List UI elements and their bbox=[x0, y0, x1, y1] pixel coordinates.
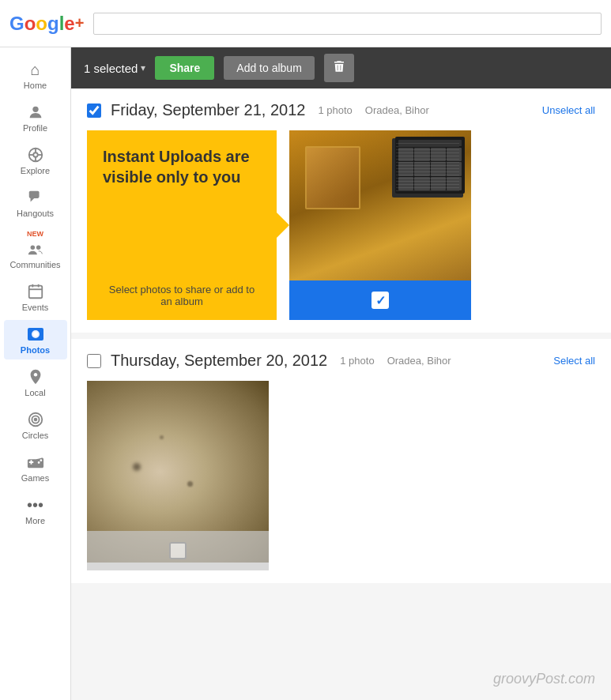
selected-label[interactable]: 1 selected ▾ bbox=[84, 62, 145, 75]
photo-checkbox-empty[interactable] bbox=[169, 542, 187, 559]
section-header-sep20: Thursday, September 20, 2012 1 photo Ora… bbox=[87, 352, 595, 370]
app-header: Google+ bbox=[0, 0, 611, 47]
photo-checkmark-icon: ✓ bbox=[372, 292, 389, 309]
sidebar-item-circles[interactable]: Circles bbox=[4, 405, 67, 445]
sidebar-item-games[interactable]: Games bbox=[4, 448, 67, 487]
section-photo-count-sep20: 1 photo bbox=[340, 355, 374, 367]
svg-point-15 bbox=[33, 332, 38, 337]
svg-point-0 bbox=[32, 107, 38, 112]
games-icon bbox=[26, 453, 45, 472]
svg-point-9 bbox=[30, 245, 35, 250]
sidebar-item-more[interactable]: ••• More bbox=[4, 491, 67, 530]
circles-icon bbox=[26, 410, 45, 429]
events-icon bbox=[26, 282, 45, 301]
profile-icon bbox=[26, 103, 45, 122]
sidebar-item-label: Hangouts bbox=[17, 209, 54, 218]
local-icon bbox=[26, 367, 45, 386]
watermark: groovyPost.com bbox=[493, 671, 595, 687]
sidebar-item-local[interactable]: Local bbox=[4, 363, 67, 402]
svg-marker-8 bbox=[30, 198, 34, 202]
sidebar: ⌂ Home Profile Explore Hangouts NEW bbox=[0, 47, 71, 700]
search-input[interactable] bbox=[93, 13, 602, 35]
photos-toolbar: 1 selected ▾ Share Add to album bbox=[71, 47, 611, 88]
sidebar-item-explore[interactable]: Explore bbox=[4, 141, 67, 180]
sidebar-item-photos[interactable]: Photos bbox=[4, 320, 67, 359]
dropdown-arrow-icon: ▾ bbox=[141, 62, 145, 73]
notice-title: Instant Uploads are visible only to you bbox=[103, 146, 261, 187]
main-content: 1 selected ▾ Share Add to album Friday, … bbox=[71, 47, 611, 700]
sidebar-item-label: Events bbox=[22, 303, 49, 312]
photo-section-sep20: Thursday, September 20, 2012 1 photo Ora… bbox=[71, 339, 611, 583]
app-layout: ⌂ Home Profile Explore Hangouts NEW bbox=[0, 47, 611, 700]
sidebar-item-label: Circles bbox=[22, 431, 49, 440]
photo-unselected-overlay bbox=[87, 531, 269, 570]
svg-point-2 bbox=[33, 152, 38, 157]
hangouts-icon bbox=[26, 188, 45, 207]
section-checkbox-sep20[interactable] bbox=[87, 354, 101, 368]
photo-item-blur[interactable] bbox=[87, 381, 269, 570]
unselect-all-link[interactable]: Unselect all bbox=[542, 104, 595, 116]
select-all-link[interactable]: Select all bbox=[553, 355, 595, 367]
more-icon: ••• bbox=[26, 495, 45, 514]
sidebar-item-hangouts[interactable]: Hangouts bbox=[4, 183, 67, 223]
explore-icon bbox=[26, 145, 45, 164]
notice-body: Select photos to share or add to an albu… bbox=[103, 276, 261, 307]
delete-button[interactable] bbox=[324, 54, 354, 82]
notice-arrow-icon bbox=[277, 213, 289, 238]
sidebar-item-label: Explore bbox=[21, 166, 50, 175]
section-location-sep21: Oradea, Bihor bbox=[365, 104, 429, 116]
home-icon: ⌂ bbox=[26, 60, 45, 79]
sidebar-item-label: Photos bbox=[21, 345, 50, 355]
sidebar-item-profile[interactable]: Profile bbox=[4, 98, 67, 137]
section-date-sep20: Thursday, September 20, 2012 bbox=[111, 352, 327, 370]
add-to-album-button[interactable]: Add to album bbox=[224, 56, 315, 80]
svg-rect-11 bbox=[28, 286, 42, 299]
svg-point-10 bbox=[36, 245, 40, 250]
sidebar-item-label: Local bbox=[25, 388, 45, 397]
photos-row-sep20 bbox=[87, 381, 595, 570]
photo-selected-overlay: ✓ bbox=[289, 280, 471, 320]
section-photo-count-sep21: 1 photo bbox=[318, 104, 352, 116]
selected-count: 1 selected bbox=[84, 62, 138, 75]
sidebar-item-label: Communities bbox=[9, 260, 60, 269]
svg-point-18 bbox=[34, 419, 36, 421]
section-location-sep20: Oradea, Bihor bbox=[387, 355, 451, 367]
section-checkbox-sep21[interactable] bbox=[87, 103, 101, 118]
photos-row-sep21: Instant Uploads are visible only to you … bbox=[87, 130, 595, 320]
svg-rect-7 bbox=[28, 191, 39, 198]
communities-icon bbox=[26, 239, 45, 258]
photo-section-sep21: Friday, September 21, 2012 1 photo Orade… bbox=[71, 88, 611, 333]
section-header-sep21: Friday, September 21, 2012 1 photo Orade… bbox=[87, 101, 595, 119]
sidebar-item-label: Profile bbox=[23, 123, 47, 133]
sidebar-item-label: Home bbox=[24, 81, 47, 90]
photo-item-cd[interactable]: ✓ bbox=[289, 130, 471, 320]
sidebar-item-events[interactable]: Events bbox=[4, 277, 67, 317]
sidebar-item-home[interactable]: ⌂ Home bbox=[4, 55, 67, 95]
photo-thumbnail-cd bbox=[289, 130, 471, 280]
new-badge: NEW bbox=[27, 231, 43, 238]
share-button[interactable]: Share bbox=[155, 56, 214, 80]
section-date-sep21: Friday, September 21, 2012 bbox=[111, 101, 305, 119]
sidebar-item-label: More bbox=[25, 516, 45, 525]
google-plus-logo: Google+ bbox=[9, 13, 84, 35]
sidebar-item-label: Games bbox=[21, 473, 49, 483]
instant-upload-notice: Instant Uploads are visible only to you … bbox=[87, 130, 277, 320]
sidebar-item-communities[interactable]: NEW Communities bbox=[4, 226, 67, 274]
photos-icon bbox=[26, 325, 45, 344]
trash-icon bbox=[332, 59, 346, 73]
